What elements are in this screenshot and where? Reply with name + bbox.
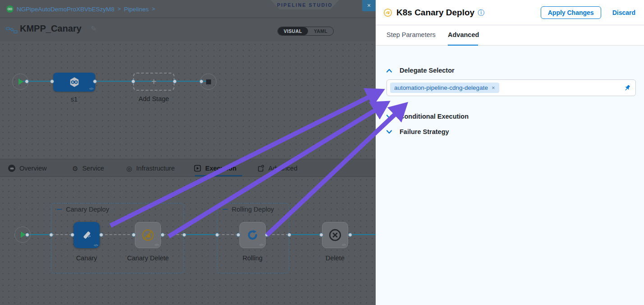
- edge-port[interactable]: [215, 233, 219, 237]
- chevron-up-icon[interactable]: [386, 68, 392, 73]
- add-stage-label: Add Stage: [133, 95, 175, 102]
- edge-port[interactable]: [265, 233, 269, 237]
- info-icon[interactable]: ⓘ: [478, 9, 484, 17]
- edge-port[interactable]: [50, 79, 54, 83]
- stage-node-s1[interactable]: </>: [53, 73, 95, 92]
- plus-icon: +: [151, 77, 156, 87]
- tab-step-parameters[interactable]: Step Parameters: [386, 31, 436, 38]
- pipeline-studio-app: NGPipeAutoDemoProXBVbESzyM8 > Pipelines …: [0, 0, 644, 305]
- pipeline-icon: [6, 26, 18, 34]
- active-tab-underline: [448, 45, 478, 46]
- group-label-row[interactable]: Rolling Deploy: [223, 206, 274, 213]
- step-label-rolling: Rolling: [230, 254, 275, 262]
- edge-port[interactable]: [173, 79, 177, 83]
- edge-port[interactable]: [99, 233, 103, 237]
- deploy-stage-icon: [69, 76, 80, 88]
- edge-port[interactable]: [348, 233, 352, 237]
- tab-service[interactable]: ⚙ Service: [72, 159, 104, 177]
- tab-overview[interactable]: Overview: [8, 159, 46, 177]
- collapse-icon[interactable]: [223, 209, 228, 210]
- banner-label: PIPELINE STUDIO: [277, 2, 332, 8]
- code-badge: </>: [89, 87, 93, 91]
- close-drawer-button[interactable]: ×: [362, 0, 376, 11]
- group-canary-deploy-label: Canary Deploy: [66, 206, 109, 213]
- edge-port[interactable]: [161, 233, 165, 237]
- tab-overview-label: Overview: [19, 165, 46, 172]
- step-label-delete: Delete: [313, 254, 358, 262]
- pipeline-title-bar: KMPP_Canary ✎ VISUAL YAML: [0, 18, 376, 42]
- step-group-canary-deploy[interactable]: Canary Deploy: [51, 203, 184, 273]
- top-header: NGPipeAutoDemoProXBVbESzyM8 > Pipelines …: [0, 0, 376, 18]
- delegate-selector-section[interactable]: Delegate Selector: [386, 67, 455, 74]
- collapse-icon[interactable]: [57, 209, 62, 210]
- code-badge: </>: [94, 243, 98, 247]
- drawer-body: Delegate Selector automation-pipeline-cd…: [376, 46, 644, 305]
- advanced-icon: [257, 165, 264, 172]
- infrastructure-icon: ◎: [126, 165, 132, 172]
- edge-port[interactable]: [25, 233, 29, 237]
- tab-advanced[interactable]: Advanced: [257, 159, 298, 177]
- delegate-tag-label: automation-pipeline-cdng-delegate: [394, 84, 488, 91]
- execution-icon: [194, 165, 201, 172]
- visual-yaml-toggle: VISUAL YAML: [277, 27, 334, 36]
- delegate-selector-input[interactable]: automation-pipeline-cdng-delegate ×: [386, 79, 636, 96]
- edge-port[interactable]: [131, 79, 135, 83]
- group-label-row[interactable]: Canary Deploy: [57, 206, 109, 213]
- edge-port[interactable]: [93, 79, 97, 83]
- tab-infrastructure[interactable]: ◎ Infrastructure: [126, 159, 175, 177]
- pipeline-name: KMPP_Canary: [20, 23, 82, 34]
- k8s-canary-icon: [383, 8, 392, 17]
- project-icon: [6, 5, 14, 13]
- apply-changes-button[interactable]: Apply Changes: [541, 6, 601, 19]
- remove-tag-icon[interactable]: ×: [492, 84, 495, 91]
- stage-tabbar: Overview ⚙ Service ◎ Infrastructure Exec…: [0, 159, 376, 177]
- breadcrumb-pipelines-link[interactable]: Pipelines: [124, 6, 149, 13]
- step-label-canary: Canary: [64, 254, 109, 262]
- breadcrumb-project-link[interactable]: NGPipeAutoDemoProXBVbESzyM8: [17, 6, 115, 13]
- play-icon: [18, 79, 23, 85]
- failure-strategy-section[interactable]: Failure Strategy: [386, 128, 449, 135]
- edge-port[interactable]: [25, 79, 29, 83]
- edge-port[interactable]: [199, 79, 203, 83]
- execution-graph-canvas: Canary Deploy Rolling Deploy </>: [0, 177, 376, 305]
- tab-advanced-panel[interactable]: Advanced: [448, 31, 479, 38]
- delete-step-icon: [328, 228, 342, 242]
- toggle-visual[interactable]: VISUAL: [278, 27, 308, 35]
- step-node-delete[interactable]: </>: [322, 222, 348, 248]
- step-node-canary-delete[interactable]: </>: [135, 222, 161, 248]
- close-icon: ×: [367, 2, 371, 9]
- conditional-execution-section[interactable]: Conditional Execution: [386, 113, 469, 120]
- gear-icon: ⚙: [72, 165, 78, 172]
- add-stage-button[interactable]: +: [133, 73, 175, 91]
- edge-port[interactable]: [132, 233, 136, 237]
- edit-pipeline-icon[interactable]: ✎: [91, 24, 97, 33]
- step-config-drawer: K8s Canary Deploy ⓘ Apply Changes Discar…: [376, 0, 644, 305]
- stage-label: s1: [53, 96, 95, 103]
- step-node-canary[interactable]: </>: [74, 222, 100, 248]
- toggle-yaml[interactable]: YAML: [308, 27, 333, 35]
- stage-graph-canvas: </> + s1 Add Stage: [0, 42, 376, 159]
- edge-port[interactable]: [49, 233, 53, 237]
- tab-advanced-label: Advanced: [268, 165, 298, 172]
- edge-port[interactable]: [287, 233, 291, 237]
- drawer-tabs: Step Parameters Advanced: [376, 26, 644, 46]
- edge-port[interactable]: [182, 233, 186, 237]
- edge-port[interactable]: [70, 233, 74, 237]
- pin-icon[interactable]: [624, 84, 631, 92]
- rolling-step-icon: [246, 229, 259, 241]
- tab-execution[interactable]: Execution: [194, 159, 236, 177]
- breadcrumb: NGPipeAutoDemoProXBVbESzyM8 > Pipelines …: [6, 0, 155, 18]
- breadcrumb-separator: >: [118, 6, 121, 12]
- discard-button[interactable]: Discard: [612, 9, 635, 16]
- step-node-rolling[interactable]: </>: [239, 222, 266, 248]
- edge-port[interactable]: [236, 233, 240, 237]
- pipeline-studio-banner: PIPELINE STUDIO: [271, 0, 339, 9]
- pipeline-studio-canvas-pane: NGPipeAutoDemoProXBVbESzyM8 > Pipelines …: [0, 0, 376, 305]
- chevron-down-icon[interactable]: [386, 114, 392, 119]
- stage-edge: [20, 81, 208, 82]
- canary-step-icon: [80, 229, 93, 241]
- chevron-down-icon[interactable]: [386, 129, 392, 134]
- step-title: K8s Canary Deploy: [396, 8, 474, 18]
- drawer-header: K8s Canary Deploy ⓘ Apply Changes Discar…: [376, 0, 644, 25]
- edge-port[interactable]: [319, 233, 323, 237]
